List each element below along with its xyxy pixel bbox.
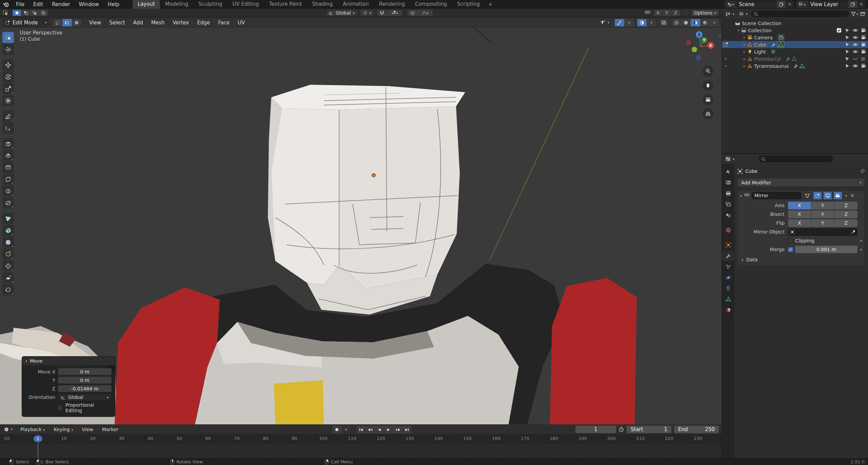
expand-arrow[interactable]: ▸ (742, 64, 747, 68)
add-workspace-button[interactable]: + (485, 0, 496, 9)
viewport-menu-edge[interactable]: Edge (193, 18, 214, 28)
add-cube-tool-button[interactable] (2, 138, 14, 149)
stopwatch-icon[interactable] (619, 427, 624, 432)
axis-x-button[interactable]: X (788, 202, 811, 209)
modifier-render-toggle[interactable] (834, 192, 842, 199)
timeline-ruler[interactable]: -101020304050607080901001101201301401501… (0, 434, 722, 443)
viewport-menu-select[interactable]: Select (105, 18, 129, 28)
tool-mirror-x-button[interactable]: X (654, 10, 663, 16)
properties-tab-particles[interactable] (722, 262, 734, 272)
outliner-row-cube[interactable]: ▸Cube (722, 41, 868, 48)
previous-keyframe-button[interactable] (366, 426, 375, 433)
properties-tab-world[interactable] (722, 225, 734, 235)
properties-tab-data[interactable] (722, 294, 734, 304)
outliner-row-light[interactable]: ▸Light (722, 48, 868, 55)
timeline-track[interactable] (0, 443, 722, 458)
merge-threshold-field[interactable]: 0.001 m (795, 246, 857, 253)
end-frame-field[interactable]: End 250 (674, 426, 719, 433)
smooth-tool-button[interactable] (2, 237, 14, 248)
eye-toggle[interactable] (853, 63, 858, 68)
viewport-menu-face[interactable]: Face (214, 18, 234, 28)
tool-mirror-y-button[interactable]: Y (663, 10, 671, 16)
camera-toggle[interactable] (861, 35, 866, 40)
workspace-tab-compositing[interactable]: Compositing (410, 0, 452, 9)
scene-copy-button[interactable] (777, 1, 786, 8)
topbar-menu-edit[interactable]: Edit (29, 0, 47, 9)
select-mode-set-button[interactable] (13, 10, 21, 16)
rendered-shading-button[interactable] (700, 19, 710, 26)
modifier-editmode-toggle[interactable] (813, 192, 822, 199)
play-reverse-button[interactable] (375, 426, 384, 433)
checkbox-toggle[interactable] (836, 28, 842, 33)
modifier-expand-arrow[interactable]: ▾ (740, 194, 742, 198)
scene-icon[interactable]: ▾ (725, 1, 736, 8)
mesh-data-badge[interactable] (777, 41, 784, 48)
camera-toggle[interactable] (861, 42, 866, 47)
timeline-editor-type-dropdown[interactable]: ▾ (3, 426, 14, 433)
start-frame-field[interactable]: Start 1 (627, 426, 671, 433)
properties-tab-scene[interactable] (722, 210, 734, 220)
flip-y-button[interactable]: Y (811, 219, 834, 227)
modifier-on-cage-toggle[interactable] (803, 192, 811, 199)
vertex-select-mode-button[interactable] (53, 19, 62, 26)
modifier-extras-dropdown[interactable]: ▾ (845, 194, 847, 198)
properties-tab-render[interactable] (722, 178, 734, 188)
options-dropdown[interactable]: Options ▾ (691, 9, 719, 16)
rotate-tool-button[interactable] (2, 71, 14, 82)
camera-toggle[interactable] (861, 49, 866, 54)
properties-tab-modifiers[interactable] (722, 251, 734, 261)
timeline-menu-view[interactable]: View (78, 425, 98, 434)
timeline-menu-keying[interactable]: Keying▾ (50, 425, 78, 434)
timeline-menu-playback[interactable]: Playback▾ (16, 425, 50, 434)
properties-tab-output[interactable] (722, 188, 734, 199)
properties-tab-object[interactable] (722, 240, 734, 250)
topbar-menu-window[interactable]: Window (75, 0, 103, 9)
wrench-dim-badge[interactable] (786, 56, 791, 61)
view-layer-copy-button[interactable] (848, 1, 857, 8)
modifier-drag-handle[interactable]: :::: (856, 194, 862, 198)
navigation-gizmo[interactable]: Z Y X (683, 31, 715, 63)
view-layer-name[interactable]: View Layer (808, 1, 848, 7)
workspace-tab-shading[interactable]: Shading (307, 0, 338, 9)
select-mode-extend-button[interactable] (21, 10, 30, 16)
move-field-value[interactable]: -0.01484 m (58, 385, 112, 392)
axis-z-button[interactable]: Z (834, 202, 857, 209)
move-field-value[interactable]: 0 m (58, 368, 112, 375)
outliner-row-pterodactyl[interactable]: ▸Pterodactyl (722, 55, 868, 62)
camera-off-toggle[interactable] (861, 56, 866, 61)
outliner-editor-type-dropdown[interactable]: ▾ (724, 11, 736, 17)
overlays-dropdown[interactable]: ▾ (647, 19, 656, 26)
rip-region-tool-button[interactable] (2, 284, 14, 295)
merge-checkbox[interactable]: ✓ (788, 247, 793, 252)
workspace-tab-modeling[interactable]: Modeling (160, 0, 193, 9)
pointer-toggle[interactable] (845, 63, 850, 68)
outliner-search-input[interactable] (751, 11, 849, 17)
show-gizmos-toggle[interactable] (615, 19, 624, 26)
edge-slide-tool-button[interactable] (2, 248, 14, 260)
3d-viewport[interactable]: User Perspective (1) Cube Z Y X ‹ (0, 28, 722, 424)
add-modifier-dropdown[interactable]: Add Modifier ▾ (737, 178, 865, 187)
auto-keying-toggle[interactable] (332, 426, 341, 433)
show-overlays-toggle[interactable] (637, 19, 647, 26)
transform-orientation-dropdown[interactable]: Global ▾ (326, 9, 357, 16)
modifier-realtime-toggle[interactable] (824, 192, 832, 199)
outliner-row-tyrannosaurus[interactable]: ▸Tyrannosaurus (722, 62, 868, 69)
camera-toggle[interactable] (861, 63, 866, 68)
bisect-x-button[interactable]: X (788, 210, 811, 218)
expand-arrow[interactable]: ▾ (735, 28, 741, 32)
topbar-menu-render[interactable]: Render (47, 0, 74, 9)
keying-dropdown[interactable]: ▾ (341, 426, 351, 433)
expand-arrow[interactable]: ▸ (742, 43, 747, 46)
outliner-filter-dropdown[interactable]: ▾ (851, 12, 858, 16)
clipping-checkbox[interactable] (788, 238, 793, 243)
viewport-menu-view[interactable]: View (85, 18, 105, 28)
current-frame-field[interactable]: 1 (575, 426, 616, 433)
properties-tab-view-layer[interactable] (722, 199, 734, 209)
jump-to-end-button[interactable] (402, 426, 412, 433)
outliner-row-camera[interactable]: ▸Camera (722, 34, 868, 41)
wrench-badge[interactable] (793, 63, 798, 68)
expand-arrow[interactable]: ▸ (742, 36, 747, 39)
outliner-row-scene-collection[interactable]: Scene Collection (722, 20, 868, 27)
modifier-delete-button[interactable]: ✕ (850, 193, 854, 198)
properties-tab-physics[interactable] (722, 272, 734, 283)
